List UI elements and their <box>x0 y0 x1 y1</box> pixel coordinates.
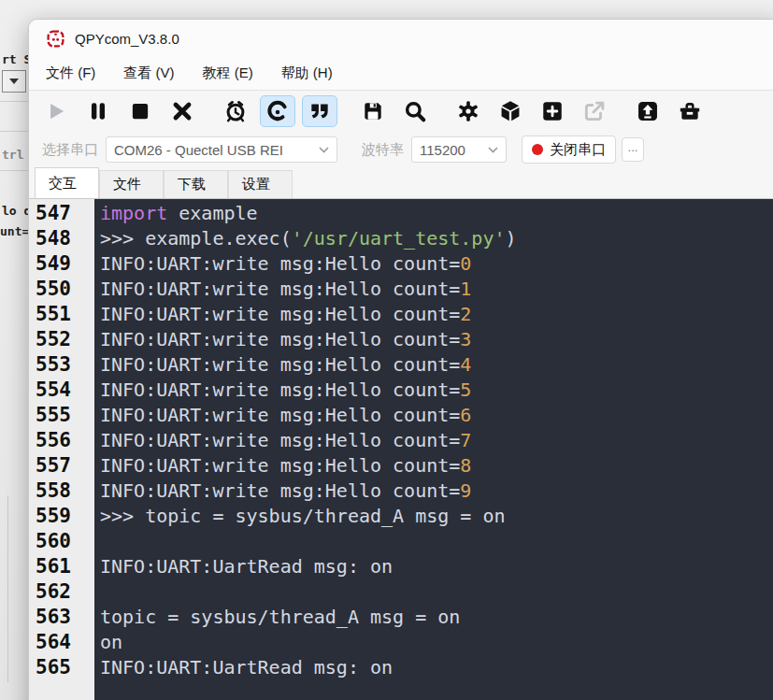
backdrop-divider <box>0 131 28 132</box>
baud-rate-label: 波特率 <box>362 141 404 159</box>
tab-interaction[interactable]: 交互 <box>35 167 99 198</box>
menu-help[interactable]: 帮助 (H) <box>281 64 333 82</box>
plus-square-icon <box>540 99 565 123</box>
line-code: >>> topic = sysbus/thread_A msg = on <box>94 504 505 529</box>
terminal-panel[interactable]: 547import example548>>> example.exec('/u… <box>29 198 773 700</box>
dropdown-arrow-icon <box>9 79 19 84</box>
line-code: INFO:UART:UartRead msg: on <box>94 554 393 579</box>
line-number: 558 <box>29 479 94 504</box>
backdrop-text-fragment: rt S <box>2 52 31 66</box>
line-number: 557 <box>29 453 94 479</box>
terminal-line: 554INFO:UART:write msg:Hello count=5 <box>29 378 773 403</box>
menu-tutorial[interactable]: 教程 (E) <box>203 64 253 82</box>
tab-bar: 交互 文件 下载 设置 <box>29 167 773 198</box>
line-code: INFO:UART:write msg:Hello count=2 <box>94 302 471 327</box>
menu-view[interactable]: 查看 (V) <box>123 64 174 82</box>
toolbox-button[interactable] <box>672 95 708 127</box>
clear-button[interactable] <box>165 95 200 127</box>
line-code: on <box>94 630 122 655</box>
more-options-button[interactable]: ... <box>622 137 644 162</box>
line-code: INFO:UART:write msg:Hello count=1 <box>94 277 471 302</box>
toolbar <box>29 91 773 132</box>
port-open-status-dot <box>532 144 543 155</box>
line-number: 551 <box>29 302 94 327</box>
terminal-line: 547import example <box>29 201 773 226</box>
timer-button[interactable] <box>218 95 253 127</box>
gear-icon <box>456 99 480 123</box>
play-button[interactable] <box>38 95 74 127</box>
terminal-line: 565INFO:UART:UartRead msg: on <box>29 655 773 680</box>
line-code: >>> example.exec('/usr/uart_test.py') <box>94 226 517 251</box>
stop-button[interactable] <box>122 95 158 127</box>
line-number: 555 <box>29 403 94 428</box>
close-port-button[interactable]: 关闭串口 <box>522 136 616 164</box>
title-bar: QPYcom_V3.8.0 <box>29 20 773 57</box>
terminal-line: 550INFO:UART:write msg:Hello count=1 <box>29 277 773 302</box>
port-bar: 选择串口 COM26 - Quectel USB REI 波特率 115200 … <box>29 132 773 167</box>
line-code: INFO:UART:write msg:Hello count=4 <box>94 352 471 378</box>
upload-icon <box>636 99 660 123</box>
menu-bar: 文件 (F) 查看 (V) 教程 (E) 帮助 (H) <box>29 57 773 91</box>
terminal-line: 556INFO:UART:write msg:Hello count=7 <box>29 428 773 453</box>
backdrop-dropdown <box>2 70 26 93</box>
tab-download[interactable]: 下载 <box>164 170 228 198</box>
backdrop-divider <box>0 101 28 102</box>
baud-rate-select[interactable]: 115200 <box>411 136 507 163</box>
chevron-down-icon <box>488 147 498 153</box>
line-number: 565 <box>29 655 94 680</box>
package-button[interactable] <box>493 95 528 127</box>
backdrop-divider <box>7 495 8 682</box>
line-number: 549 <box>29 251 94 277</box>
settings-button[interactable] <box>451 95 486 127</box>
tab-file[interactable]: 文件 <box>99 170 164 198</box>
terminal-line: 548>>> example.exec('/usr/uart_test.py') <box>29 226 773 251</box>
backdrop-text-fragment: unt= <box>0 224 29 238</box>
listen-mode-button[interactable] <box>260 95 295 127</box>
line-code: INFO:UART:write msg:Hello count=8 <box>94 453 471 479</box>
baud-rate-value: 115200 <box>420 142 465 158</box>
terminal-line: 555INFO:UART:write msg:Hello count=6 <box>29 403 773 428</box>
pause-button[interactable] <box>80 95 116 127</box>
backdrop-text-fragment: trl <box>2 148 23 162</box>
qpycom-window: QPYcom_V3.8.0 文件 (F) 查看 (V) 教程 (E) 帮助 (H… <box>28 19 773 700</box>
quote-mode-button[interactable] <box>302 95 337 127</box>
terminal-line: 557INFO:UART:write msg:Hello count=8 <box>29 453 773 479</box>
menu-file[interactable]: 文件 (F) <box>46 64 95 82</box>
port-select-value: COM26 - Quectel USB REI <box>114 142 283 158</box>
line-code: import example <box>94 201 258 226</box>
listen-icon <box>265 99 290 123</box>
line-number: 560 <box>29 529 94 554</box>
terminal-line: 561INFO:UART:UartRead msg: on <box>29 554 773 579</box>
line-code: INFO:UART:write msg:Hello count=9 <box>94 479 471 504</box>
terminal-line: 551INFO:UART:write msg:Hello count=2 <box>29 302 773 327</box>
line-number: 559 <box>29 504 94 529</box>
search-icon <box>403 99 427 123</box>
tab-settings[interactable]: 设置 <box>228 170 293 198</box>
terminal-line: 560 <box>29 529 773 554</box>
line-code: topic = sysbus/thread_A msg = on <box>94 605 460 630</box>
alarm-clock-icon <box>223 99 248 123</box>
add-button[interactable] <box>535 95 570 127</box>
terminal-line: 549INFO:UART:write msg:Hello count=0 <box>29 251 773 277</box>
line-number: 547 <box>29 201 94 226</box>
search-button[interactable] <box>397 95 433 127</box>
upload-button[interactable] <box>630 95 666 127</box>
toolbox-icon <box>678 99 702 123</box>
line-code <box>94 579 100 605</box>
terminal-line: 562 <box>29 579 773 605</box>
window-title: QPYcom_V3.8.0 <box>75 31 179 47</box>
export-button[interactable] <box>577 95 612 127</box>
port-select[interactable]: COM26 - Quectel USB REI <box>106 136 337 163</box>
line-number: 548 <box>29 226 94 251</box>
line-number: 552 <box>29 327 94 352</box>
line-number: 562 <box>29 579 94 605</box>
save-button[interactable] <box>355 95 391 127</box>
line-code: INFO:UART:write msg:Hello count=7 <box>94 428 471 453</box>
export-icon <box>582 99 607 123</box>
terminal-line: 564on <box>29 630 773 655</box>
port-select-label: 选择串口 <box>42 141 98 159</box>
line-number: 550 <box>29 277 94 302</box>
close-x-icon <box>170 99 194 123</box>
line-number: 553 <box>29 352 94 378</box>
package-cube-icon <box>498 99 522 123</box>
